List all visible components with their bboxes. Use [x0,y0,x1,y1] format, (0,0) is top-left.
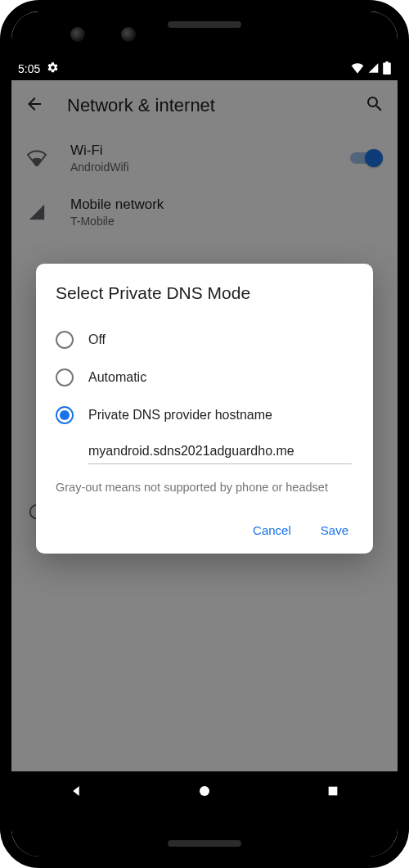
save-button[interactable]: Save [309,515,360,545]
dialog-note: Gray-out means not supported by phone or… [56,479,365,495]
hostname-input[interactable] [88,439,352,464]
gear-icon [47,61,59,76]
svg-rect-2 [329,787,338,796]
status-time: 5:05 [18,62,40,75]
battery-icon [383,61,391,77]
radio-label: Private DNS provider hostname [88,408,272,423]
radio-option-hostname[interactable]: Private DNS provider hostname [56,396,365,434]
radio-label: Automatic [88,370,146,385]
settings-page: Network & internet Wi-Fi AndroidWifi [11,80,398,771]
radio-option-off[interactable]: Off [56,321,365,359]
svg-point-1 [200,786,209,796]
private-dns-dialog: Select Private DNS Mode Off Automatic Pr… [36,264,373,554]
dialog-title: Select Private DNS Mode [56,283,365,303]
nav-back-icon[interactable] [68,783,84,799]
nav-recent-icon[interactable] [325,783,341,799]
radio-option-automatic[interactable]: Automatic [56,359,365,396]
system-nav-bar [11,771,398,811]
status-bar: 5:05 [11,57,398,80]
radio-label: Off [88,332,106,347]
wifi-icon [351,62,364,76]
radio-icon [56,368,74,387]
radio-icon-checked [56,406,74,424]
cell-signal-icon [367,62,380,76]
radio-icon [56,331,74,349]
cancel-button[interactable]: Cancel [241,515,303,545]
nav-home-icon[interactable] [196,783,213,799]
